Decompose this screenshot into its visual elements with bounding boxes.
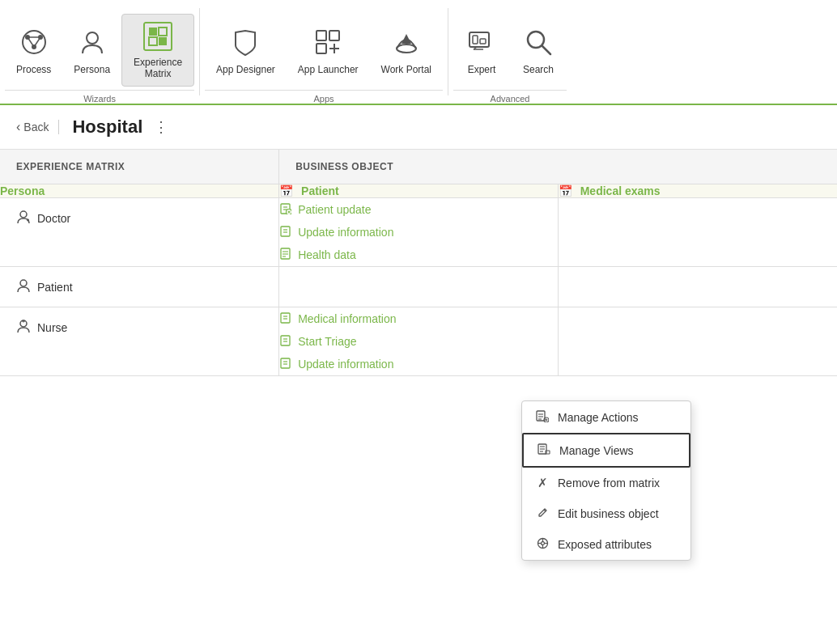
manage-views-label: Manage Views <box>559 444 634 457</box>
context-menu-item-exposed-attributes[interactable]: Exposed attributes <box>522 529 690 560</box>
matrix-container: EXPERIENCE MATRIX BUSINESS OBJECT Person… <box>0 150 837 376</box>
patient-label: Patient <box>37 281 73 294</box>
context-menu: Manage Actions Manage Views ✗ Remove fro… <box>521 400 691 561</box>
matrix-header-row: EXPERIENCE MATRIX BUSINESS OBJECT <box>0 150 837 184</box>
action-medical-info-label: Medical information <box>298 312 396 325</box>
svg-rect-36 <box>281 227 290 236</box>
advanced-section-label: Advanced <box>453 90 567 104</box>
expert-label: Expert <box>468 64 496 75</box>
toolbar-section-wizards: Process Persona <box>0 0 199 104</box>
context-menu-item-manage-actions[interactable]: Manage Actions <box>522 401 690 433</box>
patient-persona-cell: Patient <box>0 267 279 307</box>
col-header-experience-matrix: EXPERIENCE MATRIX <box>0 150 279 184</box>
action-icon-start-triage <box>279 334 291 349</box>
toolbar-item-experience-matrix[interactable]: ExperienceMatrix <box>121 14 194 87</box>
back-button[interactable]: ‹ Back <box>16 120 59 134</box>
toolbar-item-app-designer[interactable]: App Designer <box>205 14 287 87</box>
patient-subheader-label: Patient <box>301 184 339 197</box>
sub-header-patient: 📅 Patient <box>279 184 559 198</box>
svg-rect-13 <box>317 31 326 40</box>
action-icon-update-info <box>279 225 291 239</box>
svg-line-5 <box>34 37 40 47</box>
edit-icon <box>535 506 550 521</box>
chevron-left-icon: ‹ <box>16 120 20 134</box>
manage-actions-icon <box>535 409 550 425</box>
patient-medical-actions <box>558 267 837 307</box>
doctor-medical-actions <box>558 198 837 267</box>
action-update-information-nurse[interactable]: Update information <box>279 353 558 375</box>
apps-section-label: Apps <box>205 90 443 104</box>
expert-icon <box>465 25 499 59</box>
persona-subheader-label: Persona <box>0 184 45 197</box>
context-menu-item-remove-from-matrix[interactable]: ✗ Remove from matrix <box>522 468 690 498</box>
svg-point-7 <box>87 32 98 44</box>
manage-actions-label: Manage Actions <box>558 411 639 424</box>
doctor-patient-actions: Patient update Update information Health… <box>279 198 559 267</box>
wizards-section-label: Wizards <box>5 90 194 104</box>
persona-label: Persona <box>74 64 110 75</box>
breadcrumb-bar: ‹ Back Hospital ⋮ <box>0 105 837 150</box>
app-designer-icon <box>228 25 262 59</box>
svg-line-26 <box>542 46 550 54</box>
svg-rect-11 <box>149 37 157 45</box>
edit-business-object-label: Edit business object <box>558 507 659 520</box>
action-update-information[interactable]: Update information <box>279 221 558 244</box>
svg-point-43 <box>20 280 27 286</box>
svg-rect-12 <box>159 37 167 45</box>
work-portal-icon <box>389 25 423 59</box>
medical-briefcase-icon: 📅 <box>559 184 572 197</box>
toolbar-item-search[interactable]: Search <box>510 14 567 87</box>
svg-point-0 <box>23 31 45 53</box>
sub-header-medical[interactable]: 📅 Medical exams <box>558 184 837 198</box>
medical-subheader-label: Medical exams <box>580 184 661 197</box>
action-patient-update[interactable]: Patient update <box>279 198 558 221</box>
patient-patient-actions <box>279 267 559 307</box>
app-designer-label: App Designer <box>216 64 275 75</box>
matrix-table: EXPERIENCE MATRIX BUSINESS OBJECT Person… <box>0 150 837 376</box>
toolbar-item-persona[interactable]: Persona <box>62 14 121 87</box>
search-icon <box>521 25 555 59</box>
table-row-nurse: Nurse Medical information Start <box>0 307 837 376</box>
svg-rect-22 <box>480 39 486 44</box>
more-options-button[interactable]: ⋮ <box>149 118 173 136</box>
doctor-persona-icon <box>16 210 31 227</box>
process-icon <box>17 25 51 59</box>
svg-rect-10 <box>159 28 167 36</box>
col-header-business-object: BUSINESS OBJECT <box>279 150 837 184</box>
sub-header-row: Persona 📅 Patient 📅 Medical exams <box>0 184 837 198</box>
persona-icon <box>75 25 109 59</box>
svg-point-70 <box>541 542 544 545</box>
table-row-patient: Patient <box>0 267 837 307</box>
manage-views-icon <box>537 443 551 458</box>
process-label: Process <box>16 64 51 75</box>
patient-persona-icon <box>16 278 31 295</box>
doctor-persona-cell: Doctor <box>0 198 279 267</box>
toolbar-item-expert[interactable]: Expert <box>453 14 510 87</box>
action-health-data[interactable]: Health data <box>279 244 558 266</box>
app-launcher-icon <box>311 25 345 59</box>
svg-rect-14 <box>329 31 339 40</box>
nurse-medical-actions <box>558 307 837 376</box>
context-menu-item-manage-views[interactable]: Manage Views <box>522 433 690 468</box>
toolbar: Process Persona <box>0 0 837 105</box>
toolbar-item-work-portal[interactable]: Work Portal <box>370 14 443 87</box>
svg-rect-21 <box>473 36 478 44</box>
action-medical-information[interactable]: Medical information <box>279 307 558 330</box>
svg-rect-15 <box>317 44 326 53</box>
toolbar-section-advanced: Expert Search Advanced <box>448 0 571 104</box>
nurse-patient-actions: Medical information Start Triage Update … <box>279 307 559 376</box>
action-start-triage[interactable]: Start Triage <box>279 330 558 353</box>
remove-icon: ✗ <box>535 476 550 490</box>
svg-marker-19 <box>402 34 411 44</box>
svg-rect-9 <box>149 28 157 36</box>
patient-briefcase-icon: 📅 <box>279 184 293 197</box>
toolbar-item-process[interactable]: Process <box>5 14 62 87</box>
back-label: Back <box>23 121 49 133</box>
context-menu-item-edit-business-object[interactable]: Edit business object <box>522 498 690 529</box>
svg-rect-50 <box>281 336 290 345</box>
toolbar-item-app-launcher[interactable]: App Launcher <box>287 14 370 87</box>
nurse-label: Nurse <box>37 321 67 334</box>
svg-line-4 <box>28 37 34 47</box>
exposed-attributes-icon <box>535 537 550 552</box>
toolbar-section-apps: App Designer App Launcher <box>200 0 448 104</box>
